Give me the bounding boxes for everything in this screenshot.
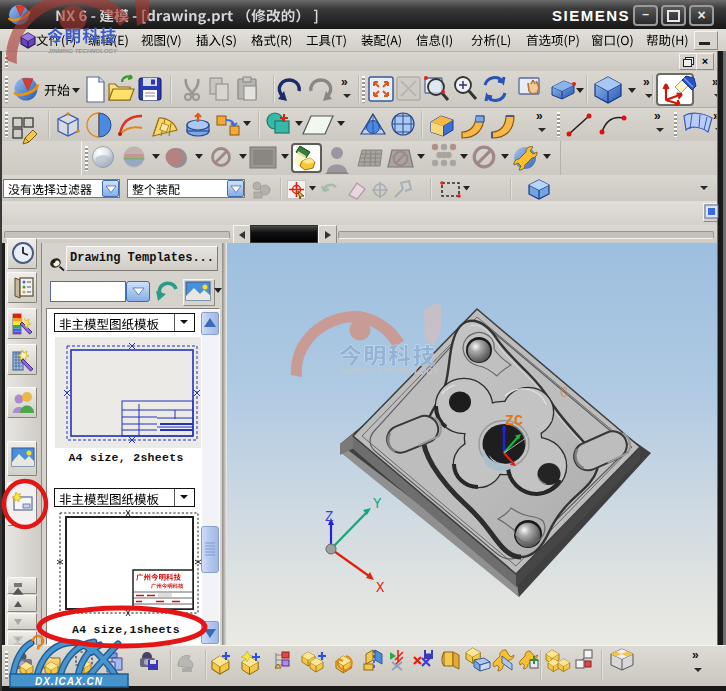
- svg-text:Y: Y: [373, 496, 382, 512]
- svg-text:ZC: ZC: [505, 413, 523, 430]
- svg-text:X: X: [376, 580, 385, 596]
- svg-text:JINMING TECHNOLOGY: JINMING TECHNOLOGY: [339, 367, 440, 376]
- svg-text:C: C: [560, 385, 568, 401]
- svg-text:JINMING TECHNOLOGY: JINMING TECHNOLOGY: [48, 48, 118, 54]
- svg-text:DX.ICAX.CN: DX.ICAX.CN: [35, 676, 103, 687]
- svg-text:Z: Z: [325, 509, 333, 525]
